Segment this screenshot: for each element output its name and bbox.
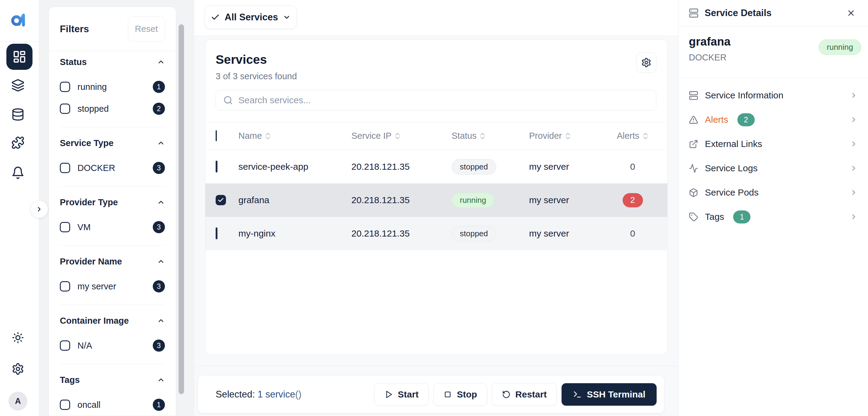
filter-section-tags[interactable]: Tags	[60, 373, 165, 387]
count-badge: 3	[153, 280, 165, 292]
server-icon	[689, 8, 699, 18]
column-label: Provider	[529, 131, 562, 141]
selected-suffix: ()	[295, 389, 302, 399]
filter-section-provider-type[interactable]: Provider Type	[60, 196, 165, 209]
gear-icon	[641, 57, 651, 68]
menu-item-service-logs[interactable]: Service Logs	[679, 156, 868, 180]
menu-item-alerts[interactable]: Alerts 2	[679, 107, 868, 132]
chevron-up-icon	[157, 58, 165, 66]
filter-section-status[interactable]: Status	[60, 55, 165, 69]
filters-card: Filters Reset Status running 1 stopped 2	[49, 7, 176, 416]
column-header-provider[interactable]: Provider	[529, 131, 608, 141]
chevron-up-icon	[157, 376, 165, 384]
activity-icon	[689, 164, 698, 173]
checkbox-unchecked[interactable]	[60, 399, 70, 410]
row-checkbox-unchecked[interactable]	[216, 161, 217, 172]
service-details-panel: Service Details grafana DOCKER running S…	[678, 0, 868, 416]
services-title: Services	[216, 53, 267, 67]
sidebar-item-integrations[interactable]	[11, 136, 25, 150]
checkbox-unchecked[interactable]	[60, 281, 70, 291]
filter-option-running[interactable]: running 1	[60, 79, 165, 94]
services-table: Name Service IP Status Provider	[205, 122, 667, 250]
tag-icon	[689, 212, 698, 222]
dashboard-icon	[12, 50, 26, 64]
button-label: SSH Terminal	[587, 389, 645, 399]
chevron-right-icon	[850, 213, 858, 221]
select-all-checkbox[interactable]	[216, 130, 217, 141]
menu-item-service-pods[interactable]: Service Pods	[679, 180, 868, 205]
selected-value: 1 service	[257, 389, 295, 399]
alerts-count-badge: 2	[737, 113, 755, 126]
column-header-name[interactable]: Name	[239, 131, 351, 141]
status-badge: running	[818, 39, 861, 55]
chevron-right-icon	[35, 205, 43, 213]
user-avatar[interactable]: A	[8, 392, 27, 411]
count-badge: 3	[153, 162, 165, 174]
filters-scrollbar[interactable]	[179, 24, 184, 394]
layers-icon	[11, 78, 25, 92]
theme-toggle-button[interactable]	[11, 331, 25, 344]
table-row-selected[interactable]: grafana 20.218.121.35 running my server …	[205, 183, 667, 217]
checkbox-unchecked[interactable]	[60, 103, 70, 114]
filter-option-my-server[interactable]: my server 3	[60, 279, 165, 294]
sidebar-item-database[interactable]	[11, 108, 25, 121]
filter-option-stopped[interactable]: stopped 2	[60, 101, 165, 116]
sidebar-item-dashboard[interactable]	[6, 44, 32, 70]
menu-item-label: Tags	[705, 212, 724, 222]
sidebar-item-stacks[interactable]	[11, 78, 25, 92]
filter-option-oncall[interactable]: oncall 1	[60, 397, 165, 412]
ssh-terminal-button[interactable]: SSH Terminal	[562, 383, 657, 406]
table-row[interactable]: my-nginx 20.218.121.35 stopped my server…	[205, 217, 667, 250]
rail-divider	[0, 41, 39, 42]
count-badge: 3	[153, 221, 165, 233]
chevron-right-icon	[850, 116, 858, 124]
filter-section-provider-name[interactable]: Provider Name	[60, 255, 165, 268]
close-panel-button[interactable]	[844, 6, 858, 20]
filter-section-service-type[interactable]: Service Type	[60, 136, 165, 150]
row-checkbox-checked[interactable]	[216, 195, 226, 205]
column-header-status[interactable]: Status	[452, 131, 529, 141]
sidebar-item-alerts[interactable]	[11, 166, 25, 180]
sort-icon[interactable]	[565, 131, 571, 140]
app-logo[interactable]	[11, 10, 28, 28]
cell-service-ip: 20.218.121.35	[351, 162, 452, 172]
service-scope-dropdown[interactable]: All Services	[205, 5, 297, 29]
checkbox-unchecked[interactable]	[60, 222, 70, 232]
filter-option-vm[interactable]: VM 3	[60, 220, 165, 234]
column-header-alerts[interactable]: Alerts	[608, 131, 657, 141]
restart-button[interactable]: Restart	[492, 383, 557, 406]
checkbox-unchecked[interactable]	[60, 341, 70, 351]
search-input[interactable]	[239, 95, 649, 105]
filter-option-label: DOCKER	[78, 163, 115, 173]
reset-filters-button[interactable]: Reset	[128, 16, 165, 42]
sidebar-collapse-button[interactable]	[30, 200, 48, 218]
check-icon	[211, 13, 220, 22]
row-checkbox-unchecked[interactable]	[216, 227, 217, 239]
sort-icon[interactable]	[265, 131, 271, 140]
gear-icon	[11, 362, 24, 375]
checkbox-unchecked[interactable]	[60, 163, 70, 173]
stop-button[interactable]: Stop	[433, 383, 487, 406]
alerts-badge: 2	[623, 193, 643, 207]
filter-option-docker[interactable]: DOCKER 3	[60, 161, 165, 175]
package-icon	[689, 188, 698, 197]
chevron-up-icon	[157, 317, 165, 325]
filter-option-na[interactable]: N/A 3	[60, 338, 165, 353]
panel-title: Service Details	[705, 8, 772, 19]
sort-icon[interactable]	[642, 131, 648, 140]
menu-item-service-information[interactable]: Service Information	[679, 83, 868, 107]
checkbox-unchecked[interactable]	[60, 82, 70, 92]
settings-button[interactable]	[11, 362, 25, 376]
sort-icon[interactable]	[479, 131, 486, 140]
scope-label: All Services	[225, 12, 278, 23]
search-container	[216, 90, 656, 110]
table-row[interactable]: service-peek-app 20.218.121.35 stopped m…	[205, 150, 667, 183]
filter-section-container-image[interactable]: Container Image	[60, 314, 165, 327]
table-settings-button[interactable]	[636, 53, 656, 72]
column-header-service-ip[interactable]: Service IP	[351, 131, 452, 141]
menu-item-external-links[interactable]: External Links	[679, 132, 868, 156]
sort-icon[interactable]	[395, 131, 401, 140]
menu-item-tags[interactable]: Tags 1	[679, 205, 868, 229]
services-card: Services 3 of 3 services found Name	[205, 39, 668, 355]
start-button[interactable]: Start	[374, 383, 429, 406]
